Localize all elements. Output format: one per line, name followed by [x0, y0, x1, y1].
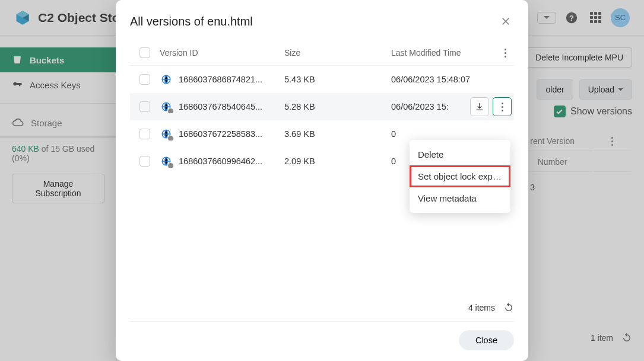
row-checkbox[interactable]: [139, 156, 150, 167]
table-row[interactable]: 1686037678540645... 5.28 KB 06/06/2023 1…: [130, 93, 514, 120]
file-icon: [160, 73, 173, 86]
context-menu: Delete Set object lock expi… View metada…: [410, 140, 510, 213]
modal-title: All versions of enu.html: [130, 15, 253, 28]
versions-modal: All versions of enu.html Version ID Size…: [116, 0, 528, 361]
file-version-icon: [160, 155, 173, 168]
file-version-icon: [160, 127, 173, 140]
row-more-button[interactable]: [493, 97, 512, 116]
table-row[interactable]: 1686037686874821... 5.43 KB 06/06/2023 1…: [130, 66, 514, 93]
close-icon[interactable]: [497, 13, 514, 30]
menu-delete[interactable]: Delete: [410, 143, 510, 165]
refresh-icon[interactable]: [503, 302, 514, 313]
select-all-checkbox[interactable]: [139, 47, 150, 58]
menu-set-object-lock[interactable]: Set object lock expi…: [410, 165, 510, 187]
menu-view-metadata[interactable]: View metadata: [410, 187, 510, 209]
row-checkbox[interactable]: [139, 101, 150, 112]
row-checkbox[interactable]: [139, 74, 150, 85]
table-header: Version ID Size Last Modified Time: [130, 40, 514, 66]
file-version-icon: [160, 100, 173, 113]
download-button[interactable]: [470, 97, 489, 116]
close-button[interactable]: Close: [459, 330, 514, 350]
columns-more-icon[interactable]: [505, 49, 506, 57]
row-checkbox[interactable]: [139, 129, 150, 139]
item-count: 4 items: [468, 303, 495, 312]
